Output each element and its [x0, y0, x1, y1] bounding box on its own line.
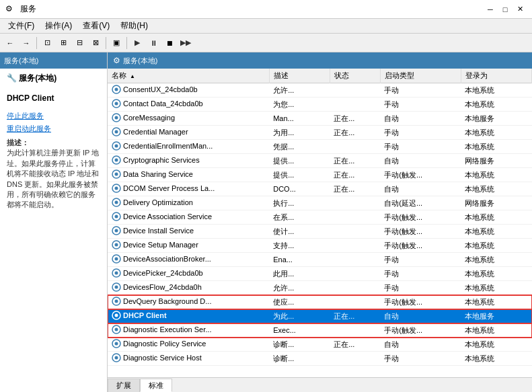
right-panel-title: 服务(本地): [123, 56, 157, 66]
svg-point-23: [115, 243, 118, 247]
svg-point-19: [115, 215, 118, 219]
col-status[interactable]: 状态: [330, 69, 380, 83]
table-row[interactable]: ConsentUX_24cbda0b 允许...手动本地系统: [108, 83, 532, 97]
panel-header-icon: ⚙: [113, 56, 120, 65]
col-desc[interactable]: 描述: [269, 69, 330, 83]
col-name[interactable]: 名称 ▲: [108, 69, 269, 83]
table-row[interactable]: CredentialEnrollmentMan... 凭据...手动本地系统: [108, 140, 532, 154]
service-icon: [112, 254, 121, 264]
service-icon: [112, 127, 121, 136]
svg-point-7: [115, 130, 118, 134]
col-login[interactable]: 登录为: [461, 69, 531, 83]
svg-point-25: [115, 258, 118, 261]
sort-arrow: ▲: [130, 73, 135, 79]
table-row[interactable]: Device Setup Manager 支持...手动(触发...本地系统: [108, 239, 532, 253]
toolbar-back[interactable]: ←: [3, 36, 17, 50]
toolbar-pause[interactable]: ⏸: [146, 36, 161, 50]
table-row[interactable]: Device Install Service 使计...手动(触发...本地系统: [108, 225, 532, 239]
maximize-button[interactable]: □: [498, 3, 512, 15]
svg-point-15: [115, 187, 118, 190]
restart-service-link[interactable]: 重启动此服务: [7, 124, 100, 134]
services-local-node[interactable]: 🔧 服务(本地): [0, 69, 107, 88]
close-button[interactable]: ✕: [513, 3, 527, 15]
tab-expand[interactable]: 扩展: [108, 379, 140, 392]
menu-bar: 文件(F) 操作(A) 查看(V) 帮助(H): [0, 19, 532, 34]
window-controls: ─ □ ✕: [484, 3, 527, 15]
table-row[interactable]: Cryptographic Services 提供...正在...自动网络服务: [108, 154, 532, 168]
service-icon: [112, 325, 121, 334]
table-row[interactable]: Diagnostic Service Host 诊断...手动本地系统: [108, 352, 532, 366]
service-icon: [112, 282, 121, 292]
service-icon: [112, 198, 121, 207]
table-row[interactable]: DHCP Client 为此...正在...自动本地服务: [108, 309, 532, 323]
menu-view[interactable]: 查看(V): [77, 19, 115, 33]
minimize-button[interactable]: ─: [484, 3, 497, 15]
service-icon: [112, 141, 121, 151]
svg-point-5: [115, 116, 118, 120]
svg-point-31: [115, 300, 118, 303]
toolbar-btn2[interactable]: ⊞: [56, 36, 71, 50]
service-icon: [112, 85, 121, 94]
table-row[interactable]: Delivery Optimization 执行...自动(延迟...网络服务: [108, 196, 532, 210]
service-icon: [112, 155, 121, 165]
svg-point-39: [115, 356, 118, 360]
table-row[interactable]: DevicePicker_24cbda0b 此用...手动本地系统: [108, 267, 532, 281]
table-row[interactable]: CoreMessaging Man...正在...自动本地服务: [108, 112, 532, 126]
menu-action[interactable]: 操作(A): [40, 19, 77, 33]
service-icon: [112, 169, 121, 179]
table-row[interactable]: DCOM Server Process La... DCO...正在...自动本…: [108, 182, 532, 196]
svg-point-29: [115, 286, 118, 289]
services-table: 名称 ▲ 描述 状态 启动类型 登录为 ConsentUX_24cbda0b 允…: [108, 69, 532, 366]
title-bar: ⚙ 服务 ─ □ ✕: [0, 0, 532, 19]
tab-standard[interactable]: 标准: [140, 379, 172, 392]
service-icon: [112, 212, 121, 221]
menu-help[interactable]: 帮助(H): [115, 19, 153, 33]
table-row[interactable]: Diagnostic Execution Ser... Exec...手动(触发…: [108, 323, 532, 338]
service-icon: [112, 311, 121, 320]
toolbar-start[interactable]: ▶: [130, 36, 145, 50]
toolbar-restart[interactable]: ▶▶: [178, 36, 193, 50]
toolbar-sep-3: [126, 37, 127, 49]
table-row[interactable]: DeviceAssociationBroker... Ena...手动本地系统: [108, 253, 532, 267]
toolbar-btn3[interactable]: ⊟: [72, 36, 87, 50]
svg-point-17: [115, 201, 118, 204]
service-icon: [112, 353, 121, 362]
toolbar-stop[interactable]: ⏹: [162, 36, 177, 50]
service-description: 描述： 为此计算机注册并更新 IP 地址。如果此服务停止，计算机将不能接收动态 …: [7, 138, 100, 210]
table-row[interactable]: DevQuery Background D... 使应...手动(触发...本地…: [108, 295, 532, 309]
service-icon: [112, 113, 121, 122]
table-row[interactable]: DevicesFlow_24cbda0h 允许...手动本地系统: [108, 281, 532, 295]
service-icon: [112, 297, 121, 306]
service-detail-panel: DHCP Client 停止此服务 重启动此服务 描述： 为此计算机注册并更新 …: [0, 88, 107, 216]
col-startup[interactable]: 启动类型: [380, 69, 461, 83]
svg-point-1: [115, 88, 118, 91]
table-row[interactable]: Diagnostic Policy Service 诊断...正在...自动本地…: [108, 338, 532, 352]
toolbar-sep-2: [106, 37, 106, 49]
service-icon: [112, 99, 121, 108]
services-table-container[interactable]: 名称 ▲ 描述 状态 启动类型 登录为 ConsentUX_24cbda0b 允…: [108, 69, 532, 377]
left-panel: 服务(本地) 🔧 服务(本地) DHCP Client 停止此服务 重启动此服务…: [0, 52, 108, 392]
service-icon: [112, 268, 121, 278]
svg-point-3: [115, 102, 118, 106]
svg-point-13: [115, 173, 118, 176]
svg-point-11: [115, 159, 118, 162]
right-panel-header: ⚙ 服务(本地): [108, 52, 532, 69]
table-row[interactable]: Device Association Service 在系...手动(触发...…: [108, 210, 532, 225]
selected-service-name: DHCP Client: [7, 93, 54, 103]
service-icon: [112, 226, 121, 235]
window-title: 服务: [20, 3, 36, 15]
table-row[interactable]: Data Sharing Service 提供...正在...手动(触发...本…: [108, 168, 532, 182]
menu-file[interactable]: 文件(F): [3, 19, 40, 33]
toolbar-sep-1: [36, 37, 37, 49]
svg-point-21: [115, 229, 118, 233]
table-header: 名称 ▲ 描述 状态 启动类型 登录为: [108, 69, 532, 83]
svg-point-27: [115, 272, 118, 275]
toolbar-properties[interactable]: ▣: [109, 36, 124, 50]
toolbar-btn4[interactable]: ⊠: [88, 36, 103, 50]
stop-service-link[interactable]: 停止此服务: [7, 111, 100, 121]
toolbar-show-console[interactable]: ⊡: [40, 36, 54, 50]
service-icon: [112, 184, 121, 193]
toolbar-forward[interactable]: →: [19, 36, 34, 50]
table-row[interactable]: Contact Data_24cbda0b 为您...手动本地系统: [108, 97, 532, 112]
table-row[interactable]: Credential Manager 为用...正在...手动本地系统: [108, 126, 532, 140]
